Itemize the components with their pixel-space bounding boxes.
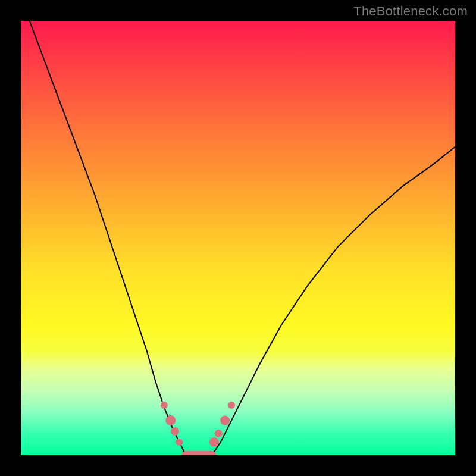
chart-frame: TheBottleneck.com xyxy=(0,0,476,476)
watermark-text: TheBottleneck.com xyxy=(353,4,468,19)
highlight-dot xyxy=(171,427,179,436)
curve-left xyxy=(30,21,186,455)
highlight-dot xyxy=(161,402,168,409)
markers-group xyxy=(161,402,235,447)
highlight-dot xyxy=(220,416,230,425)
highlight-dot xyxy=(176,439,183,446)
highlight-dot xyxy=(209,437,219,447)
highlight-dot xyxy=(215,430,223,437)
highlight-dot xyxy=(228,402,235,409)
plot-area xyxy=(21,21,455,455)
highlight-dot xyxy=(165,415,176,425)
curve-right xyxy=(212,147,455,455)
curve-layer xyxy=(21,21,455,455)
